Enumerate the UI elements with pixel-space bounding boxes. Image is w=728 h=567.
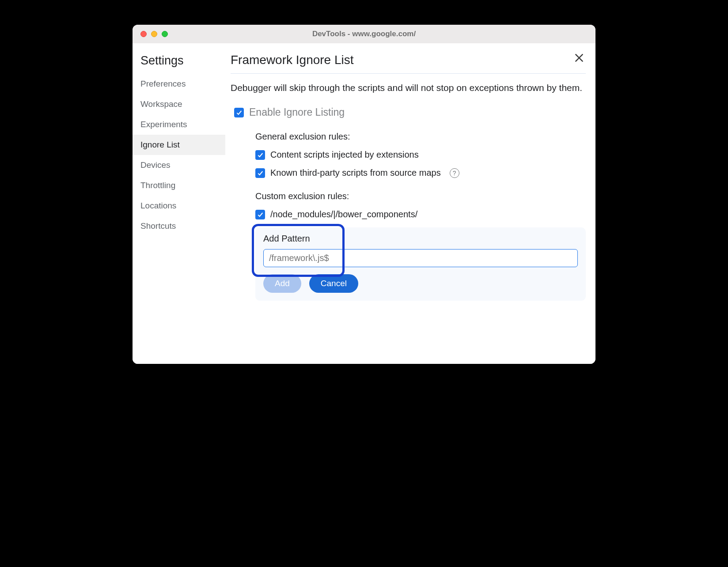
window-titlebar: DevTools - www.google.com/: [133, 25, 595, 43]
main-panel: Framework Ignore List Debugger will skip…: [225, 43, 595, 364]
rule-content-scripts-checkbox[interactable]: [255, 150, 265, 160]
rule-content-scripts-label: Content scripts injected by extensions: [270, 150, 419, 160]
custom-exclusion-section: Custom exclusion rules: /node_modules/|/…: [231, 191, 586, 301]
window-minimize-button[interactable]: [151, 31, 157, 37]
page-title: Framework Ignore List: [231, 53, 586, 74]
rule-third-party-label: Known third-party scripts from source ma…: [270, 168, 441, 178]
custom-rules-heading: Custom exclusion rules:: [255, 191, 586, 201]
sidebar-item-locations[interactable]: Locations: [133, 196, 225, 216]
add-pattern-box: Add Pattern Add Cancel: [255, 227, 586, 301]
sidebar-title: Settings: [133, 51, 225, 74]
add-button[interactable]: Add: [263, 274, 301, 293]
rule-third-party-row: Known third-party scripts from source ma…: [255, 168, 586, 178]
rule-third-party-checkbox[interactable]: [255, 168, 265, 178]
enable-ignore-listing-label: Enable Ignore Listing: [249, 106, 345, 118]
window-close-button[interactable]: [140, 31, 147, 37]
add-pattern-label: Add Pattern: [263, 234, 578, 244]
page-description: Debugger will skip through the scripts a…: [231, 82, 586, 94]
settings-sidebar: Settings Preferences Workspace Experimen…: [133, 43, 225, 364]
general-exclusion-section: General exclusion rules: Content scripts…: [231, 132, 586, 178]
enable-ignore-listing-row: Enable Ignore Listing: [231, 106, 586, 118]
cancel-button[interactable]: Cancel: [309, 274, 358, 293]
pattern-input[interactable]: [263, 249, 578, 267]
sidebar-item-throttling[interactable]: Throttling: [133, 175, 225, 196]
sidebar-item-preferences[interactable]: Preferences: [133, 74, 225, 94]
close-icon[interactable]: [573, 52, 585, 64]
sidebar-item-ignore-list[interactable]: Ignore List: [133, 135, 225, 155]
rule-node-modules-label: /node_modules/|/bower_components/: [270, 209, 417, 219]
devtools-settings-window: DevTools - www.google.com/ Settings Pref…: [133, 25, 595, 364]
traffic-lights: [133, 31, 168, 37]
sidebar-item-devices[interactable]: Devices: [133, 155, 225, 175]
enable-ignore-listing-checkbox[interactable]: [234, 108, 244, 117]
sidebar-item-experiments[interactable]: Experiments: [133, 114, 225, 135]
window-title: DevTools - www.google.com/: [133, 30, 595, 38]
rule-node-modules-row: /node_modules/|/bower_components/: [255, 209, 586, 219]
sidebar-item-workspace[interactable]: Workspace: [133, 94, 225, 114]
rule-node-modules-checkbox[interactable]: [255, 210, 265, 219]
add-pattern-buttons: Add Cancel: [263, 274, 578, 293]
general-rules-heading: General exclusion rules:: [255, 132, 586, 142]
sidebar-item-shortcuts[interactable]: Shortcuts: [133, 216, 225, 236]
content-area: Settings Preferences Workspace Experimen…: [133, 43, 595, 364]
rule-content-scripts-row: Content scripts injected by extensions: [255, 150, 586, 160]
window-maximize-button[interactable]: [162, 31, 168, 37]
help-icon[interactable]: ?: [450, 168, 459, 178]
